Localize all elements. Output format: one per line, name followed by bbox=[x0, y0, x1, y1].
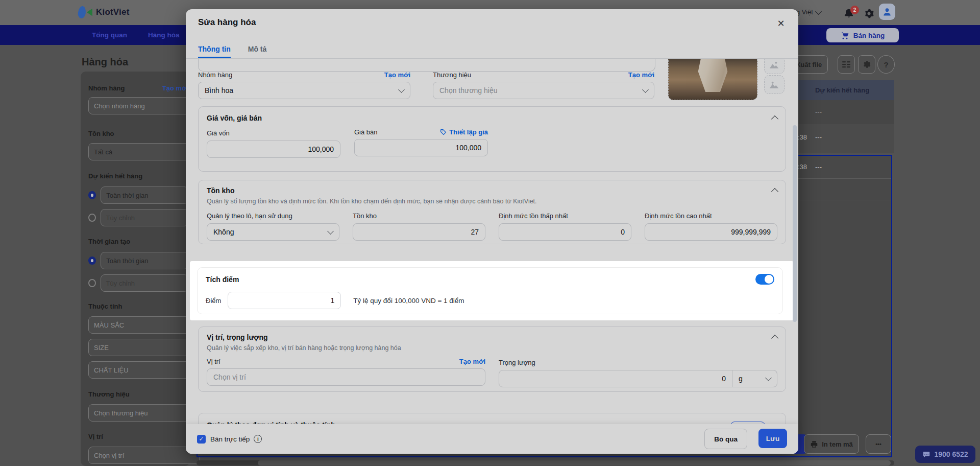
forecast-cell: --- bbox=[815, 133, 822, 141]
horizontal-scrollbar-thumb[interactable] bbox=[258, 460, 891, 465]
page-title: Hàng hóa bbox=[82, 56, 128, 68]
filter-forecast: Dự kiến hết hàng Toàn thời gian Tùy chỉn… bbox=[88, 171, 188, 226]
points-section-title: Tích điểm bbox=[206, 275, 239, 284]
user-icon bbox=[882, 7, 892, 17]
points-section: Tích điểm Điểm 1 Tỷ lệ quy đổi 100,000 V… bbox=[197, 267, 783, 314]
filter-attributes-label: Thuộc tính bbox=[88, 302, 122, 310]
columns-icon bbox=[842, 61, 850, 68]
printer-icon bbox=[810, 440, 818, 448]
attr-size-input[interactable]: SIZE bbox=[88, 339, 200, 356]
points-ratio-text: Tỷ lệ quy đổi 100,000 VND = 1 điểm bbox=[353, 297, 464, 305]
hotline-number: 1900 6522 bbox=[934, 450, 968, 458]
columns-icon-button[interactable] bbox=[838, 55, 855, 74]
settings-icon-button[interactable] bbox=[858, 55, 875, 74]
filter-brand: Thương hiệu Chọn thương hiệu bbox=[88, 389, 188, 422]
help-icon-button[interactable]: ? bbox=[877, 55, 895, 74]
filter-location: Vị trí Chọn vị trí bbox=[88, 432, 188, 464]
filter-stock: Tồn kho Tất cả bbox=[88, 129, 188, 160]
radio-selected[interactable] bbox=[88, 257, 96, 265]
nav-item-overview[interactable]: Tổng quan bbox=[92, 25, 127, 45]
filter-group-label: Nhóm hàng bbox=[88, 84, 125, 92]
group-filter-input[interactable]: Chọn nhóm hàng bbox=[88, 97, 200, 114]
settings-gear-icon[interactable] bbox=[864, 8, 874, 19]
created-alltime-option[interactable]: Toàn thời gian bbox=[101, 252, 188, 269]
brand-name: KiotViet bbox=[96, 7, 130, 17]
support-hotline-chip[interactable]: 1900 6522 bbox=[915, 446, 975, 463]
time-cell: :38 bbox=[798, 163, 807, 171]
filter-stock-label: Tồn kho bbox=[88, 130, 114, 137]
chevron-down-icon bbox=[815, 8, 822, 15]
kiotviet-logo: KiotViet bbox=[78, 6, 130, 18]
sell-button[interactable]: Bán hàng bbox=[826, 28, 899, 42]
filter-attributes: Thuộc tính MÀU SẮC SIZE CHẤT LIỆU bbox=[88, 301, 188, 379]
time-cell: :38 bbox=[798, 133, 807, 141]
question-icon: ? bbox=[884, 60, 888, 69]
filter-forecast-label: Dự kiến hết hàng bbox=[88, 172, 142, 180]
column-forecast-header[interactable]: Dự kiến hết hàng bbox=[815, 86, 869, 94]
user-avatar[interactable] bbox=[879, 4, 895, 20]
points-toggle-on[interactable] bbox=[755, 274, 774, 285]
attr-color-input[interactable]: MÀU SẮC bbox=[88, 316, 200, 334]
create-group-link[interactable]: Tạo mới bbox=[162, 84, 188, 92]
nav-item-products[interactable]: Hàng hóa bbox=[148, 25, 180, 45]
more-actions-button[interactable]: ••• bbox=[866, 434, 891, 454]
modal-scrollbar-thumb[interactable] bbox=[793, 125, 797, 322]
points-label: Điểm bbox=[206, 297, 221, 305]
forecast-alltime-option[interactable]: Toàn thời gian bbox=[101, 187, 188, 204]
gear-icon bbox=[863, 60, 871, 68]
forecast-cell: --- bbox=[815, 108, 822, 115]
filter-created-label: Thời gian tạo bbox=[88, 238, 130, 245]
radio-unselected[interactable] bbox=[88, 214, 96, 222]
walkthrough-dim-overlay bbox=[186, 9, 798, 454]
chat-icon bbox=[922, 451, 930, 458]
sell-button-label: Bán hàng bbox=[853, 32, 885, 39]
created-custom-option[interactable]: Tùy chỉnh bbox=[101, 274, 188, 292]
edit-product-modal: Sửa hàng hóa ✕ Thông tin Mô tả Nhóm hàng… bbox=[186, 9, 798, 454]
attr-material-input[interactable]: CHẤT LIỆU bbox=[88, 361, 200, 379]
brand-filter-input[interactable]: Chọn thương hiệu bbox=[88, 404, 200, 422]
points-spotlight: Tích điểm Điểm 1 Tỷ lệ quy đổi 100,000 V… bbox=[190, 261, 794, 320]
kiotviet-logo-icon bbox=[78, 6, 92, 18]
points-input[interactable]: 1 bbox=[228, 292, 341, 309]
radio-selected[interactable] bbox=[88, 191, 96, 199]
radio-unselected[interactable] bbox=[88, 279, 96, 287]
print-label-button[interactable]: In tem mã bbox=[804, 434, 859, 454]
print-label: In tem mã bbox=[822, 440, 853, 448]
location-filter-input[interactable]: Chọn vị trí bbox=[88, 447, 200, 464]
stock-filter-select[interactable]: Tất cả bbox=[88, 143, 200, 160]
notification-badge: 2 bbox=[850, 6, 859, 14]
filter-group: Nhóm hàng Tạo mới Chọn nhóm hàng bbox=[88, 84, 188, 114]
filter-brand-label: Thương hiệu bbox=[88, 390, 130, 398]
filter-location-label: Vị trí bbox=[88, 433, 103, 440]
filter-created: Thời gian tạo Toàn thời gian Tùy chỉnh bbox=[88, 237, 188, 292]
forecast-custom-option[interactable]: Tùy chỉnh bbox=[101, 209, 188, 226]
cart-icon bbox=[841, 31, 849, 40]
forecast-cell: --- bbox=[815, 163, 822, 171]
ellipsis-icon: ••• bbox=[875, 441, 881, 447]
